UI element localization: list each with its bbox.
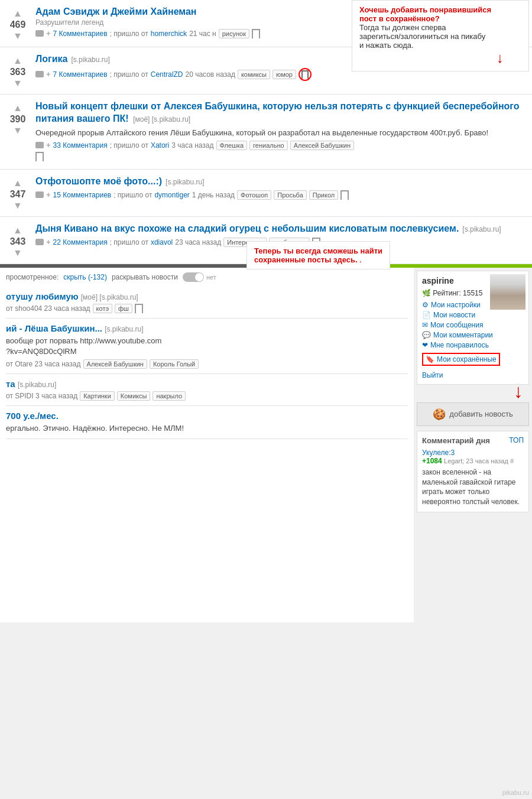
tag-yumor[interactable]: юмор: [273, 70, 296, 79]
bottom-post-title-1[interactable]: отушу любимую [моё] [s.pikabu.ru]: [6, 291, 138, 301]
comment-day-header: Комментарий дня ТОП: [422, 436, 524, 445]
post-subtitle-3: [моё] [s.pikabu.ru]: [133, 115, 190, 124]
vote-col-3: ▲ 390 ▼: [3, 100, 33, 163]
plus-icon-2[interactable]: +: [46, 70, 51, 79]
bottom-post-title-3[interactable]: та [s.pikabu.ru]: [6, 379, 56, 389]
save-icon-bp1[interactable]: [135, 304, 143, 313]
comment-text: закон вселенной - на маленькой гавайской…: [422, 467, 524, 507]
tooltip2-line2: сохраненные посты здесь.: [254, 255, 358, 264]
vote-down-1[interactable]: ▼: [13, 31, 22, 41]
toggle-track[interactable]: [183, 272, 204, 282]
add-news-button[interactable]: 🍪 добавить новость: [417, 402, 529, 426]
post-item-3: ▲ 390 ▼ Новый концепт флешки от Алексея …: [0, 95, 532, 170]
menu-saved[interactable]: 🔖 Мои сохранённые: [422, 353, 500, 366]
author-link-5[interactable]: xdiavol: [151, 238, 173, 246]
save-icon-3[interactable]: [35, 152, 44, 161]
vote-down-3[interactable]: ▼: [13, 126, 22, 135]
post-title-4[interactable]: Отфотошопте моё фото...:): [35, 176, 162, 188]
tag-photo[interactable]: Фотошоп: [237, 190, 271, 200]
viewed-hide-link[interactable]: скрыть (-132): [63, 273, 107, 281]
post-title-1[interactable]: Адам Сэвидж и Джейми Хайнеман: [35, 7, 197, 17]
expand-label: раскрывать новости: [112, 273, 178, 281]
tag-komiksy[interactable]: комиксы: [238, 70, 270, 79]
meta-bp1: от shoo404 23 часа назад: [6, 304, 90, 313]
plus-icon-4[interactable]: +: [46, 190, 51, 199]
camera-icon-2: [35, 71, 44, 77]
comment-user-link[interactable]: Укулеле:3: [422, 449, 455, 457]
post-title-3[interactable]: Новый концепт флешки от Алексея Бабушкин…: [35, 101, 520, 124]
bottom-post-3: та [s.pikabu.ru] от SPIDI 3 часа назад К…: [6, 374, 408, 406]
logout-link[interactable]: Выйти: [422, 371, 443, 379]
vote-down-5[interactable]: ▼: [13, 248, 22, 258]
tag-nakrylo[interactable]: накрыло: [153, 391, 186, 401]
tag-prosby[interactable]: Просьба: [274, 190, 307, 200]
vote-col-2: ▲ 363 ▼: [3, 53, 33, 88]
logout-container: Выйти: [422, 371, 524, 379]
menu-messages[interactable]: ✉ Мои сообщения: [422, 321, 524, 329]
post-list: ▲ 469 ▼ Адам Сэвидж и Джейми Хайнеман Ра…: [0, 0, 532, 264]
tag-kote[interactable]: котэ: [93, 304, 112, 313]
menu-comments[interactable]: 💬 Мои комментарии: [422, 331, 524, 339]
bottom-post-title-4[interactable]: 700 у.е./мес.: [6, 411, 59, 421]
tag-genial[interactable]: гениально: [249, 141, 288, 150]
author-link-4[interactable]: dymontiger: [154, 191, 189, 199]
tag-kartinki[interactable]: Картинки: [80, 391, 115, 401]
tooltip-saved-posts: Теперь ты всегда сможешь найти сохраненн…: [246, 241, 390, 269]
post-title-2[interactable]: Логика: [35, 53, 67, 66]
bottom-post-meta-2: от Otare 23 часа назад Алексей Бабушкин …: [6, 359, 408, 369]
meta-text-5: ; пришло от: [110, 238, 148, 246]
author-link-3[interactable]: Xatori: [151, 141, 169, 150]
plus-icon-5[interactable]: +: [46, 238, 51, 246]
tag-flesh[interactable]: Флешка: [216, 141, 248, 150]
vote-down-2[interactable]: ▼: [13, 79, 22, 88]
meta-text-3: ; пришло от: [110, 141, 148, 150]
top-link[interactable]: ТОП: [509, 436, 524, 444]
tag-babushkin[interactable]: Алексей Бабушкин: [290, 141, 354, 150]
comments-link-4[interactable]: 15 Комментариев: [53, 191, 112, 199]
tag-prikol[interactable]: Прикол: [309, 190, 338, 200]
plus-icon-3[interactable]: +: [46, 141, 51, 150]
menu-liked[interactable]: ❤ Мне понравилось: [422, 341, 524, 349]
tag-risunok[interactable]: рисунок: [219, 29, 249, 38]
save-icon-4[interactable]: [340, 190, 349, 200]
messages-icon: ✉: [422, 321, 428, 329]
bottom-left: просмотренное: скрыть (-132) раскрывать …: [0, 268, 414, 622]
comments-link-5[interactable]: 22 Комментария: [53, 238, 108, 246]
post-meta-3: + 33 Комментария ; пришло от Xatori 3 ча…: [35, 141, 529, 150]
vote-up-5[interactable]: ▲: [13, 226, 22, 235]
vote-up-3[interactable]: ▲: [13, 103, 22, 113]
post-subtitle-2: [s.pikabu.ru]: [71, 56, 109, 64]
vote-down-4[interactable]: ▼: [13, 201, 22, 210]
toggle-switch[interactable]: нет: [183, 272, 216, 282]
meta-bp2: от Otare 23 часа назад: [6, 360, 81, 368]
plus-icon-1[interactable]: +: [46, 29, 51, 38]
camera-icon-4: [35, 191, 44, 198]
viewed-label: просмотренное:: [6, 273, 59, 281]
bottom-post-title-2[interactable]: ий - Лёша Бабушкин... [s.pikabu.ru]: [6, 323, 144, 333]
tag-fsh[interactable]: фш: [115, 304, 132, 313]
author-link-2[interactable]: CentralZD: [151, 70, 183, 79]
tag-abab[interactable]: Алексей Бабушкин: [83, 359, 147, 369]
save-btn-circled[interactable]: [299, 68, 312, 81]
comments-link-3[interactable]: 33 Комментария: [53, 141, 108, 150]
vote-col-5: ▲ 343 ▼: [3, 223, 33, 258]
save-icon-1[interactable]: [252, 29, 260, 38]
vote-up-4[interactable]: ▲: [13, 178, 22, 188]
meta-bp3: от SPIDI 3 часа назад: [6, 392, 77, 400]
post-item-4: ▲ 347 ▼ Отфотошопте моё фото...:) [s.pik…: [0, 170, 532, 217]
rating-dot: 🌿: [422, 289, 431, 297]
tag-komiksy2[interactable]: Комиксы: [117, 391, 151, 401]
vote-up-1[interactable]: ▲: [13, 9, 22, 18]
comments-link-1[interactable]: 7 Комментариев: [53, 30, 108, 38]
comments-link-2[interactable]: 7 Комментариев: [53, 70, 108, 79]
meta-text-1: ; пришло от: [110, 30, 148, 38]
author-link-1[interactable]: homerchick: [151, 30, 187, 38]
post-title-5[interactable]: Дыня Кивано на вкус похоже на сладкий ог…: [35, 223, 459, 235]
time-3: 3 часа назад: [171, 141, 213, 150]
comment-day-user: Укулеле:3: [422, 449, 524, 457]
vote-up-2[interactable]: ▲: [13, 56, 22, 66]
menu-news[interactable]: 📄 Мои новости: [422, 311, 524, 319]
avatar-img: [490, 274, 525, 310]
tag-korol[interactable]: Король Голый: [150, 359, 199, 369]
comment-day-box: Комментарий дня ТОП Укулеле:3 +1084 Lega…: [417, 431, 529, 512]
